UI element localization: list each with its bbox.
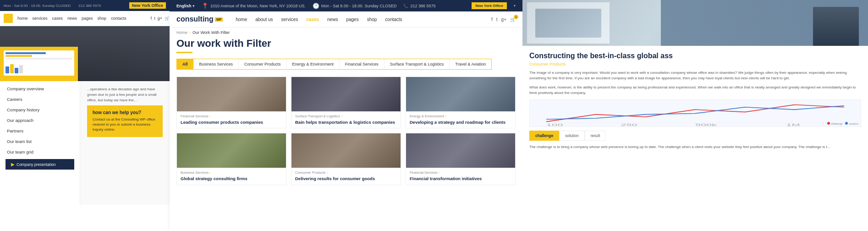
case-category-2: Surface Transport & Logistics › <box>295 114 397 118</box>
left-nav-cases[interactable]: cases <box>52 16 63 21</box>
left-nav-services[interactable]: services <box>33 16 48 21</box>
filter-energy-environment[interactable]: Energy & Environment <box>287 59 340 69</box>
phone-icon: 📞 <box>403 4 408 8</box>
sidebar-cta-label: Company presentation <box>16 162 56 167</box>
case-card-1[interactable]: Financial Services › Leading consumer pr… <box>176 77 286 128</box>
nav-cases[interactable]: cases <box>306 17 319 22</box>
left-gplus-icon[interactable]: g+ <box>158 16 162 21</box>
right-tab-content: The challenge is to bring a company whos… <box>529 144 861 150</box>
sidebar-cta-presentation[interactable]: ▶ Company presentation <box>5 159 74 170</box>
dropdown-arrow-icon: ▾ <box>514 4 516 8</box>
left-sidebar: Company overview Careers Company history… <box>0 81 170 205</box>
sidebar-item-partners[interactable]: Partners <box>0 126 80 136</box>
case-card-6[interactable]: Financial Services › Financial transform… <box>406 133 516 185</box>
nav-pages[interactable]: pages <box>346 17 358 22</box>
case-category-3: Energy & Environment › <box>410 114 511 118</box>
sidebar-menu: Company overview Careers Company history… <box>0 81 80 205</box>
address-info: 📍 1010 Avenue of the Moon, New York, NY … <box>202 3 306 9</box>
nav-home[interactable]: home <box>236 17 247 22</box>
case-category-text-3: Energy & Environment <box>410 114 444 118</box>
language-selector[interactable]: English ▾ <box>176 4 195 8</box>
left-office-button[interactable]: New York Office <box>129 2 166 9</box>
tab-solution[interactable]: solution <box>559 131 584 141</box>
case-category-text-1: Financial Services <box>181 114 209 118</box>
filter-travel-aviation[interactable]: Travel & Aviation <box>450 59 491 69</box>
breadcrumb-home[interactable]: Home <box>176 30 187 35</box>
sidebar-item-our-approach[interactable]: Our approach <box>0 115 80 126</box>
schedule-text: Mon - Sat 8.00 - 18.00. Sunday CLOSED <box>321 4 397 8</box>
right-page-title: Constructing the best-in-class global as… <box>529 51 861 60</box>
left-twitter-icon[interactable]: t <box>154 16 155 21</box>
breadcrumb-current: Our Work With Filter <box>192 30 230 35</box>
case-info-4: Business Services › Global strategy cons… <box>177 168 286 184</box>
nav-news[interactable]: news <box>327 17 338 22</box>
how-help-text: Contact us at the Consulting WP office n… <box>93 117 157 132</box>
case-category-4: Business Services › <box>181 170 282 175</box>
left-nav-home[interactable]: home <box>17 16 28 21</box>
filter-business-services[interactable]: Business Services <box>194 59 239 69</box>
nav-shop[interactable]: shop <box>367 17 377 22</box>
sidebar-item-team-list[interactable]: Our team list <box>0 136 80 147</box>
title-underline <box>176 52 192 53</box>
mock-bar-2 <box>5 55 32 57</box>
sidebar-item-company-history[interactable]: Company history <box>0 104 80 115</box>
left-nav-pages[interactable]: pages <box>82 16 93 21</box>
left-nav: home services cases news pages shop cont… <box>0 11 170 26</box>
office-button[interactable]: New York Office <box>472 2 507 9</box>
left-dashboard-block <box>0 47 78 81</box>
nav-contacts[interactable]: contacts <box>385 17 402 22</box>
chart-svg: 100 250 500k 1M <box>530 100 861 126</box>
left-nav-items: home services cases news pages shop cont… <box>17 16 126 21</box>
case-card-2[interactable]: Surface Transport & Logistics › Bain hel… <box>291 77 401 128</box>
right-content: Constructing the best-in-class global as… <box>522 46 868 155</box>
left-logo <box>4 14 13 23</box>
tab-challenge[interactable]: challenge <box>529 131 559 141</box>
left-topbar: Mon - Sat 8.00 - 18.00. Sunday CLOSED 21… <box>0 0 170 11</box>
filter-all[interactable]: All <box>177 59 194 69</box>
dashboard-mockup <box>4 50 74 76</box>
filter-financial-services[interactable]: Financial Services <box>340 59 385 69</box>
left-nav-contacts[interactable]: contacts <box>111 16 126 21</box>
how-help-title: how can we help you? <box>93 110 157 115</box>
right-chart: 100 250 500k 1M challenge solution <box>529 99 861 127</box>
case-title-3: Developing a strategy and roadmap for cl… <box>410 120 511 125</box>
right-body-text-2: What does work, however, is the ability … <box>529 85 861 96</box>
case-category-text-2: Surface Transport & Logistics <box>295 114 340 118</box>
breadcrumb-separator: › <box>189 30 191 35</box>
sidebar-item-careers[interactable]: Careers <box>0 94 80 104</box>
case-category-5: Consumer Products › <box>295 170 397 175</box>
nav-about[interactable]: about us <box>255 17 273 22</box>
social-twitter-icon[interactable]: t <box>496 17 498 22</box>
case-arrow-icon-2: › <box>341 114 343 118</box>
right-tabs: challenge solution result <box>529 131 861 141</box>
location-icon: 📍 <box>202 3 209 9</box>
filter-consumer-products[interactable]: Consumer Products <box>239 59 287 69</box>
right-panel: Constructing the best-in-class global as… <box>522 0 868 231</box>
left-nav-social: f t g+ 🛒 <box>151 16 170 21</box>
left-facebook-icon[interactable]: f <box>151 16 152 21</box>
cart-button[interactable]: 🛒 1 <box>510 17 516 22</box>
svg-text:100: 100 <box>546 124 563 127</box>
case-title-1: Leading consumer products companies <box>181 120 282 125</box>
case-card-4[interactable]: Business Services › Global strategy cons… <box>176 133 286 185</box>
case-arrow-icon-5: › <box>327 170 328 175</box>
social-facebook-icon[interactable]: f <box>491 17 493 22</box>
case-card-5[interactable]: Consumer Products › Delivering results f… <box>291 133 401 185</box>
right-subtitle: Consumer Products <box>529 62 861 66</box>
filter-surface-transport[interactable]: Surface Transport & Logistics <box>385 59 450 69</box>
left-cart-icon[interactable]: 🛒 <box>165 16 170 21</box>
tab-result[interactable]: result <box>585 131 606 141</box>
how-can-we-help-block: how can we help you? Contact us at the C… <box>87 105 163 137</box>
sidebar-item-team-grid[interactable]: Our team grid <box>0 147 80 157</box>
nav-services[interactable]: services <box>281 17 298 22</box>
left-nav-news[interactable]: news <box>67 16 77 21</box>
mock-bar-1 <box>5 52 46 54</box>
presentation-icon: ▶ <box>11 162 15 167</box>
case-image-1 <box>177 77 286 111</box>
logo: consultingWP <box>176 15 223 23</box>
case-image-5 <box>291 133 401 168</box>
case-card-3[interactable]: Energy & Environment › Developing a stra… <box>406 77 516 128</box>
social-gplus-icon[interactable]: g+ <box>501 17 506 22</box>
sidebar-item-company-overview[interactable]: Company overview <box>0 83 80 94</box>
left-nav-shop[interactable]: shop <box>98 16 107 21</box>
